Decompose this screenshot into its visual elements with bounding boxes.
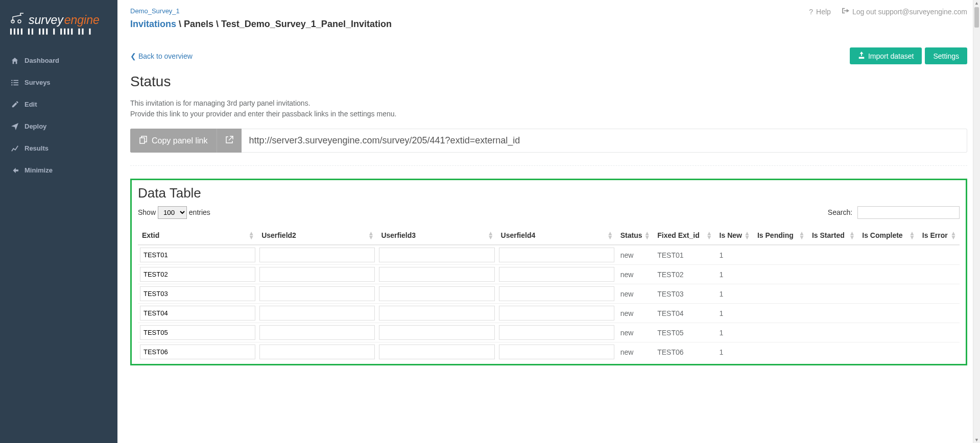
cell-input[interactable] — [259, 267, 375, 282]
table-cell: new — [616, 245, 653, 264]
status-info: This invitation is for managing 3rd part… — [130, 98, 967, 119]
sidebar-item-results[interactable]: Results — [0, 137, 117, 159]
sidebar-item-dashboard[interactable]: Dashboard — [0, 50, 117, 71]
cell-input[interactable] — [499, 286, 614, 301]
back-link[interactable]: ❮ Back to overview — [130, 52, 193, 60]
cell-input[interactable] — [379, 267, 494, 282]
column-header[interactable]: Is Error▲▼ — [918, 226, 960, 245]
cell-input[interactable] — [140, 267, 255, 282]
table-cell — [858, 303, 918, 323]
table-cell: TEST05 — [653, 323, 715, 342]
cell-input[interactable] — [259, 248, 375, 262]
upload-icon — [858, 52, 865, 60]
table-row: newTEST061 — [138, 342, 960, 361]
sidebar-item-minimize[interactable]: Minimize — [0, 159, 117, 181]
column-header[interactable]: Is Pending▲▼ — [753, 226, 808, 245]
settings-label: Settings — [933, 52, 959, 60]
table-row: newTEST031 — [138, 284, 960, 303]
search-input[interactable] — [857, 206, 960, 219]
table-cell: new — [616, 323, 653, 342]
panel-link-input[interactable] — [242, 129, 967, 153]
cell-input[interactable] — [140, 286, 255, 301]
cell-input[interactable] — [379, 306, 494, 321]
table-cell: 1 — [715, 342, 753, 361]
column-label: Fixed Ext_id — [657, 231, 699, 239]
sort-icon: ▲▼ — [248, 231, 254, 240]
sidebar-item-edit[interactable]: Edit — [0, 93, 117, 115]
cell-input[interactable] — [259, 325, 375, 340]
column-header[interactable]: Userfield3▲▼ — [377, 226, 496, 245]
cell-input[interactable] — [259, 286, 375, 301]
cell-input[interactable] — [140, 306, 255, 321]
table-cell — [497, 323, 616, 342]
vertical-scrollbar[interactable]: ▲ ▼ — [973, 0, 980, 443]
cell-input[interactable] — [379, 344, 494, 359]
table-cell — [497, 245, 616, 264]
logo-icon — [10, 13, 23, 26]
cell-input[interactable] — [140, 344, 255, 359]
cell-input[interactable] — [259, 344, 375, 359]
cell-input[interactable] — [499, 267, 614, 282]
open-link-button[interactable] — [217, 129, 242, 153]
copy-link-button[interactable]: Copy panel link — [130, 129, 217, 153]
cell-input[interactable] — [140, 248, 255, 262]
logo[interactable]: surveyengine ▌▌▌▌ ▌▌ ▌▌▌ ▌ ▌▌▌▌ ▌▌ ▌ — [0, 0, 117, 50]
table-cell — [497, 303, 616, 323]
sidebar-item-deploy[interactable]: Deploy — [0, 115, 117, 137]
table-cell — [257, 245, 377, 264]
cell-input[interactable] — [259, 306, 375, 321]
sidebar-item-label: Dashboard — [25, 57, 59, 64]
cell-input[interactable] — [499, 344, 614, 359]
table-cell — [377, 284, 496, 303]
table-cell — [918, 323, 960, 342]
breadcrumb-sep: \ — [213, 19, 221, 29]
table-row: newTEST011 — [138, 245, 960, 264]
column-header[interactable]: Status▲▼ — [616, 226, 653, 245]
survey-link[interactable]: Demo_Survey_1 — [130, 7, 392, 15]
import-button[interactable]: Import dataset — [850, 47, 922, 64]
column-header[interactable]: Fixed Ext_id▲▼ — [653, 226, 715, 245]
breadcrumb: Invitations \ Panels \ Test_Demo_Survey_… — [130, 19, 392, 30]
table-cell — [377, 342, 496, 361]
sidebar-item-surveys[interactable]: Surveys — [0, 71, 117, 93]
cell-input[interactable] — [499, 248, 614, 262]
help-link[interactable]: ? Help — [809, 8, 831, 16]
column-header[interactable]: Extid▲▼ — [138, 226, 257, 245]
column-header[interactable]: Is New▲▼ — [715, 226, 753, 245]
cell-input[interactable] — [140, 325, 255, 340]
cell-input[interactable] — [379, 248, 494, 262]
svg-rect-8 — [140, 138, 145, 143]
sidebar-item-label: Edit — [25, 101, 37, 108]
column-header[interactable]: Userfield2▲▼ — [257, 226, 377, 245]
table-cell — [918, 245, 960, 264]
scrollbar-thumb[interactable] — [974, 7, 979, 28]
logo-text-engine: engine — [64, 13, 100, 27]
column-header[interactable]: Userfield4▲▼ — [497, 226, 616, 245]
svg-point-1 — [18, 20, 21, 23]
svg-rect-2 — [11, 80, 13, 81]
column-header[interactable]: Is Started▲▼ — [808, 226, 858, 245]
cell-input[interactable] — [499, 306, 614, 321]
scroll-down-arrow[interactable]: ▼ — [973, 437, 980, 442]
breadcrumb-invitations[interactable]: Invitations — [130, 19, 176, 29]
cell-input[interactable] — [499, 325, 614, 340]
page-size-select[interactable]: 100 — [158, 206, 187, 219]
settings-button[interactable]: Settings — [925, 47, 967, 64]
sidebar-item-label: Results — [25, 144, 49, 152]
cell-input[interactable] — [379, 325, 494, 340]
sort-icon: ▲▼ — [909, 231, 915, 240]
cell-input[interactable] — [379, 286, 494, 301]
table-cell — [257, 323, 377, 342]
svg-rect-3 — [13, 80, 18, 81]
table-row: newTEST041 — [138, 303, 960, 323]
divider — [130, 165, 967, 166]
column-label: Is Error — [922, 231, 948, 239]
status-line1: This invitation is for managing 3rd part… — [130, 98, 967, 109]
scroll-up-arrow[interactable]: ▲ — [973, 1, 980, 6]
table-cell — [753, 303, 808, 323]
column-header[interactable]: Is Complete▲▼ — [858, 226, 918, 245]
data-table-panel: Data Table Show 100 entries Search: Exti… — [130, 179, 967, 365]
sidebar-item-label: Surveys — [25, 79, 51, 86]
logout-link[interactable]: Log out support@surveyengine.com — [842, 7, 967, 16]
svg-rect-7 — [13, 84, 18, 85]
